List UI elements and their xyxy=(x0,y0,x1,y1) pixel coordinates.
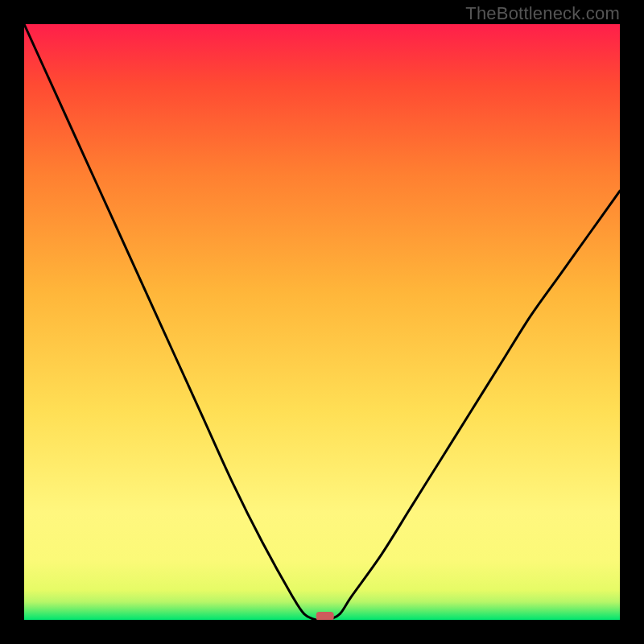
chart-frame: TheBottleneck.com xyxy=(0,0,644,644)
plot-area xyxy=(24,24,620,620)
watermark-text: TheBottleneck.com xyxy=(465,3,620,24)
chart-svg xyxy=(24,24,620,620)
optimal-marker xyxy=(316,612,334,620)
gradient-background xyxy=(24,24,620,620)
